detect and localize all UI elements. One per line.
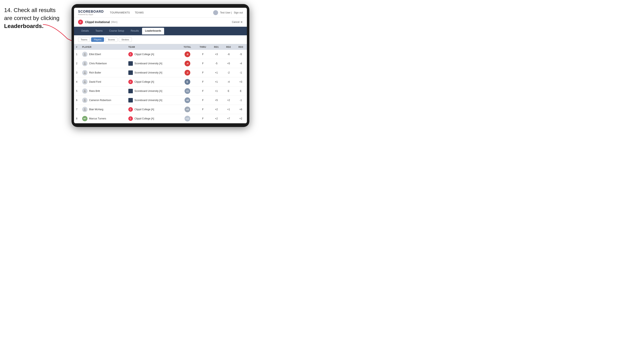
col-rd2: RD2 xyxy=(222,44,235,50)
score-rd3: +6 xyxy=(235,105,247,114)
table-row: 3Rich ButlerScoreboard University [A]-2F… xyxy=(74,68,247,77)
score-rd1: +5 xyxy=(210,96,222,105)
svg-point-5 xyxy=(84,90,86,91)
score-rd3: -4 xyxy=(235,59,247,68)
score-rd1: +1 xyxy=(210,77,222,87)
avatar xyxy=(82,98,88,103)
team-cell: Scoreboard University [A] xyxy=(126,87,179,96)
col-total: TOTAL xyxy=(179,44,196,50)
filter-teams[interactable]: Teams xyxy=(78,37,90,42)
score-thru: F xyxy=(196,96,210,105)
avatar xyxy=(82,107,88,112)
score-rd3: -1 xyxy=(235,96,247,105)
player-name-cell: Cameron Robertson xyxy=(80,96,126,105)
player-name: Elliot Ebert xyxy=(89,53,101,56)
col-team: TEAM xyxy=(126,44,179,50)
table-header-row: # PLAYER TEAM TOTAL THRU RD1 RD2 RD3 xyxy=(74,44,247,50)
score-thru: F xyxy=(196,68,210,77)
nav-tournaments[interactable]: TOURNAMENTS xyxy=(110,10,130,15)
score-rd2: +5 xyxy=(222,59,235,68)
app-header: SCOREBOARD Powered by clippd TOURNAMENTS… xyxy=(74,8,247,17)
table-row: 7Blair McHargCClippd College [A]+9F+2+1+… xyxy=(74,105,247,114)
col-player: PLAYER xyxy=(80,44,126,50)
table-row: 6Cameron RobertsonScoreboard University … xyxy=(74,96,247,105)
filter-strokes[interactable]: Strokes xyxy=(119,37,132,42)
score-badge: -8 xyxy=(184,51,190,57)
player-name: Marcus Turners xyxy=(89,117,106,120)
team-name: Clippd College [A] xyxy=(134,117,154,120)
player-name: Blair McHarg xyxy=(89,108,103,111)
score-rd2: -2 xyxy=(222,68,235,77)
player-name-cell: Chris Robertson xyxy=(80,59,126,68)
team-name: Scoreboard University [A] xyxy=(134,90,162,92)
avatar xyxy=(82,61,88,66)
filter-players[interactable]: Players xyxy=(91,37,104,42)
score-rd1: -5 xyxy=(210,59,222,68)
team-logo: C xyxy=(128,80,133,84)
score-total: -2 xyxy=(179,68,196,77)
avatar xyxy=(82,88,88,94)
player-position: 2 xyxy=(74,59,80,68)
score-thru: F xyxy=(196,105,210,114)
score-total: -4 xyxy=(179,59,196,68)
tab-leaderboards[interactable]: Leaderboards xyxy=(142,28,164,34)
tab-teams[interactable]: Teams xyxy=(92,27,106,35)
tablet-frame: SCOREBOARD Powered by clippd TOURNAMENTS… xyxy=(72,4,249,127)
score-total: +6 xyxy=(179,96,196,105)
player-name-cell: Rich Butler xyxy=(80,68,126,77)
tab-details[interactable]: Details xyxy=(78,27,92,35)
team-logo xyxy=(128,70,133,75)
player-name-cell: Elliot Ebert xyxy=(80,50,126,59)
score-total: E xyxy=(179,77,196,87)
score-rd2: E xyxy=(222,87,235,96)
tab-course-setup[interactable]: Course Setup xyxy=(106,27,127,35)
score-total: +1 xyxy=(179,87,196,96)
col-rd3: RD3 xyxy=(235,44,247,50)
player-position: 5 xyxy=(74,87,80,96)
score-total: +11 xyxy=(179,114,196,123)
player-position: 4 xyxy=(74,77,80,87)
svg-point-7 xyxy=(84,108,86,109)
score-rd1: +3 xyxy=(210,50,222,59)
player-position: 8 xyxy=(74,114,80,123)
tournament-bar: C Clippd Invitational (Men) Cancel ✕ xyxy=(74,17,247,27)
tournament-type: (Men) xyxy=(111,21,117,23)
filter-scores[interactable]: Scores xyxy=(105,37,118,42)
logo-text: SCOREBOARD xyxy=(78,10,104,13)
tablet-screen: SCOREBOARD Powered by clippd TOURNAMENTS… xyxy=(74,8,247,123)
score-badge: -2 xyxy=(184,70,190,76)
score-thru: F xyxy=(196,50,210,59)
sign-out-link[interactable]: Sign out xyxy=(234,11,243,14)
svg-point-4 xyxy=(84,81,86,82)
player-position: 3 xyxy=(74,68,80,77)
score-badge: +9 xyxy=(184,107,190,112)
player-name: Rich Butler xyxy=(89,71,101,74)
team-cell: CClippd College [A] xyxy=(126,77,179,87)
team-logo: C xyxy=(128,52,133,57)
team-logo: C xyxy=(128,107,133,112)
instruction-panel: 14. Check all results are correct by cli… xyxy=(4,4,72,127)
svg-point-6 xyxy=(84,99,86,100)
score-badge: -4 xyxy=(184,61,190,66)
score-rd1: +2 xyxy=(210,114,222,123)
team-logo xyxy=(128,89,133,93)
tab-results[interactable]: Results xyxy=(127,27,142,35)
player-position: 1 xyxy=(74,50,80,59)
avatar xyxy=(82,70,88,75)
team-logo xyxy=(128,61,133,66)
score-badge: +6 xyxy=(184,97,190,103)
score-rd1: +2 xyxy=(210,105,222,114)
cancel-button[interactable]: Cancel ✕ xyxy=(232,20,243,24)
user-name: Test User | xyxy=(220,11,232,14)
svg-point-2 xyxy=(84,62,86,63)
team-cell: CClippd College [A] xyxy=(126,114,179,123)
score-rd2: +7 xyxy=(222,114,235,123)
score-badge: +11 xyxy=(184,116,190,122)
table-row: 4David FordCClippd College [A]EF+1-4+3 xyxy=(74,77,247,87)
nav-teams[interactable]: TEAMS xyxy=(135,10,144,15)
score-thru: F xyxy=(196,114,210,123)
score-total: +9 xyxy=(179,105,196,114)
table-row: 8MTMarcus TurnersCClippd College [A]+11F… xyxy=(74,114,247,123)
logo-sub: Powered by clippd xyxy=(78,13,104,15)
team-name: Scoreboard University [A] xyxy=(134,62,162,65)
